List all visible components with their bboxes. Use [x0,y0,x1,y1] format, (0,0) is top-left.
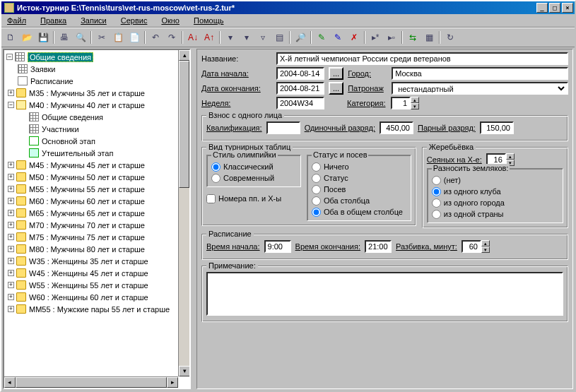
tool-copy-icon[interactable]: 📋 [110,30,126,45]
tool-sort-desc-icon[interactable]: A↑ [201,30,217,45]
status-none-radio[interactable]: Ничего [312,161,406,172]
maximize-button[interactable]: □ [549,3,560,13]
tree-m40[interactable]: M40 : Мужчины 40 лет и старше [29,101,145,109]
menu-service[interactable]: Сервис [118,16,151,25]
tree-m40-participants[interactable]: Участники [42,125,79,133]
tool-last-icon[interactable]: ▸▫ [384,30,399,45]
tree-m40-consolation[interactable]: Утешительный этап [42,149,113,158]
tool-remove-icon[interactable]: ✎ [330,30,346,45]
close-button[interactable]: × [562,3,573,13]
qual-fee-input[interactable] [266,121,300,134]
tool-preview-icon[interactable]: 🔍 [73,30,88,45]
tool-print-icon[interactable]: 🖶 [57,30,72,45]
singles-fee-input[interactable] [380,121,413,134]
patronage-select[interactable]: нестандартный [392,82,568,95]
notes-textarea[interactable] [206,272,563,316]
tool-add-icon[interactable]: ✎ [314,30,329,45]
status-both-one-radio[interactable]: Оба в общем столбце [312,206,406,218]
tree-w55[interactable]: W55 : Женщины 55 лет и старше [29,281,148,290]
tool-extra1-icon[interactable]: ⇆ [405,30,421,45]
tree-m45[interactable]: M45 : Мужчины 45 лет и старше [29,161,145,170]
tool-cut-icon[interactable]: ✂ [94,30,110,45]
tree-vscroll[interactable]: ▴ ▾ [178,50,189,376]
scroll-up-icon[interactable]: ▴ [179,50,190,61]
tool-filter-off-icon[interactable]: ▿ [255,30,271,45]
tree-w35[interactable]: W35 : Женщины 35 лет и старше [29,257,148,266]
tool-sort-asc-icon[interactable]: A↓ [185,30,201,45]
tree-m35[interactable]: M35 : Мужчины 35 лет и старше [29,89,145,97]
scroll-right-icon[interactable]: ▸ [167,377,178,388]
tree-schedule[interactable]: Расписание [30,77,74,85]
tree-m70[interactable]: M70 : Мужчины 70 лет и старше [29,221,145,230]
tool-open-icon[interactable]: 📂 [19,30,35,45]
status-seed-radio[interactable]: Посев [312,184,406,195]
tool-filter-icon[interactable]: ▾ [223,30,238,45]
tree-mm55[interactable]: MM55 : Мужские пары 55 лет и старше [29,305,170,314]
tree-w60[interactable]: W60 : Женщины 60 лет и старше [29,293,148,302]
menu-records[interactable]: Записи [78,16,110,25]
tool-paste-icon[interactable]: 📄 [127,30,142,45]
tool-form-icon[interactable]: ▤ [271,30,287,45]
tool-undo-icon[interactable]: ↶ [148,30,163,45]
tree-m60[interactable]: M60 : Мужчины 60 лет и старше [29,197,145,206]
splitter[interactable] [192,47,195,391]
spin-up-icon[interactable]: ▴ [506,153,515,160]
start-date-input[interactable] [276,67,324,80]
week-input[interactable] [276,97,324,109]
tool-filter2-icon[interactable]: ▾ [239,30,254,45]
tree-root[interactable]: Общие сведения [28,52,93,62]
numbers-checkbox[interactable]: Номера пп. и X-ы [206,193,301,204]
category-stepper[interactable]: ▴▾ [391,97,419,109]
spin-down-icon[interactable]: ▾ [411,103,419,109]
tool-save-icon[interactable]: 💾 [35,30,51,45]
spread-country-radio[interactable]: из одной страны [432,208,558,220]
status-both-cols-radio[interactable]: Оба столбца [312,195,406,206]
menu-edit[interactable]: Правка [37,16,69,25]
tree-w45[interactable]: W45 : Женщины 45 лет и старше [29,269,148,278]
category-input[interactable] [391,97,411,109]
tree-m65[interactable]: M65 : Мужчины 65 лет и старше [29,209,145,218]
tree-hscroll[interactable]: ◂ ▸ [4,376,178,388]
tool-first-icon[interactable]: ▸* [368,30,383,45]
spread-club-radio[interactable]: из одного клуба [432,186,558,197]
menu-window[interactable]: Окно [158,16,182,25]
tree-m50[interactable]: M50 : Мужчины 50 лет и старше [29,173,145,182]
sched-start-input[interactable] [264,240,291,253]
doubles-fee-input[interactable] [480,121,514,134]
name-input[interactable] [276,52,568,65]
spread-none-radio[interactable]: (нет) [432,174,558,186]
status-status-radio[interactable]: Статус [312,172,406,184]
end-date-input[interactable] [276,82,324,95]
spread-city-radio[interactable]: из одного города [432,197,558,208]
tree-m75[interactable]: M75 : Мужчины 75 лет и старше [29,233,145,242]
spin-up-icon[interactable]: ▴ [481,240,490,247]
tree-m80[interactable]: M80 : Мужчины 80 лет и старше [29,245,145,254]
scroll-down-icon[interactable]: ▾ [179,366,190,376]
minimize-button[interactable]: _ [536,3,548,13]
end-date-picker-button[interactable]: ... [329,82,343,95]
scroll-thumb[interactable] [179,61,189,188]
scroll-left-icon[interactable]: ◂ [4,377,16,388]
tool-refresh-icon[interactable]: ↻ [442,30,458,45]
tool-extra2-icon[interactable]: ▦ [421,30,437,45]
tool-find-icon[interactable]: 🔎 [293,30,308,45]
tree-m55[interactable]: M55 : Мужчины 55 лет и старше [29,185,145,194]
break-input[interactable] [462,240,481,253]
spin-up-icon[interactable]: ▴ [411,97,419,103]
olympic-classic-radio[interactable]: Классический [211,161,296,172]
olympic-modern-radio[interactable]: Современный [211,172,296,184]
spin-down-icon[interactable]: ▾ [481,247,490,253]
tree-m40-main[interactable]: Основной этап [42,137,95,145]
start-date-picker-button[interactable]: ... [329,67,343,80]
city-input[interactable] [392,67,568,80]
sched-end-input[interactable] [365,240,392,253]
tree-m40-general[interactable]: Общие сведения [42,113,103,121]
tool-del-icon[interactable]: ✗ [346,30,362,45]
tool-new-icon[interactable]: 🗋 [3,30,18,45]
menu-help[interactable]: Помощь [191,16,227,25]
menu-file[interactable]: Файл [4,16,29,25]
scroll-thumb[interactable] [16,377,167,388]
tree-applications[interactable]: Заявки [30,65,56,73]
break-stepper[interactable]: ▴▾ [462,240,490,253]
tool-redo-icon[interactable]: ↷ [164,30,180,45]
